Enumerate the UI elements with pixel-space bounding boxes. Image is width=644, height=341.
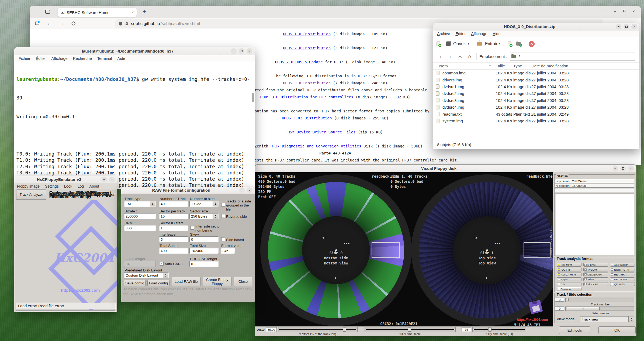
load-raw-file-button[interactable]: Load RAW file bbox=[172, 277, 200, 286]
extract-icon[interactable] bbox=[477, 42, 482, 46]
pregap-input[interactable]: 0 bbox=[189, 261, 219, 267]
track-slider-thumb[interactable] bbox=[566, 298, 569, 301]
side-number-value[interactable]: 0 bbox=[555, 306, 564, 311]
window-maximize-icon[interactable] bbox=[239, 48, 244, 54]
file-row[interactable]: drivers.img 102,4 Ko image dis... 27 jui… bbox=[433, 76, 639, 83]
nav-back-icon[interactable]: ‹ bbox=[437, 54, 445, 60]
format-toggle-button[interactable]: C64 bbox=[557, 282, 581, 286]
interleave-input[interactable]: 5 bbox=[159, 236, 188, 242]
spinner-arrows-icon[interactable]: ▲▼ bbox=[150, 201, 155, 206]
hxc-site-link[interactable]: https://hxc2001.com bbox=[61, 288, 100, 292]
page-link[interactable]: HDOS 2.0 Distribution bbox=[283, 46, 331, 50]
window-maximize-icon[interactable] bbox=[620, 166, 626, 171]
format-toggle-button[interactable]: Apple bbox=[557, 277, 581, 281]
format-toggle-button[interactable]: TYCOM bbox=[583, 268, 608, 271]
file-row[interactable]: dvdsrc2.img 102,4 Ko image dis... 27 jui… bbox=[433, 90, 639, 97]
format-value-input[interactable]: 246 bbox=[221, 248, 235, 254]
menu-item[interactable]: Terminal bbox=[95, 56, 115, 61]
view-mode-select[interactable]: Track view ▲▼ bbox=[580, 316, 634, 322]
ok-button[interactable]: OK bbox=[598, 326, 636, 334]
skew-input[interactable]: 0 bbox=[189, 236, 219, 242]
menu-item[interactable]: Recherche bbox=[70, 56, 95, 61]
firefox-view-icon[interactable] bbox=[35, 22, 39, 25]
menu-item[interactable]: Éditer bbox=[453, 31, 468, 36]
format-toggle-button[interactable]: MEMBRAIN bbox=[583, 273, 608, 276]
menu-item[interactable]: Floppy image bbox=[14, 184, 42, 189]
window-close-icon[interactable]: × bbox=[631, 24, 637, 29]
close-button[interactable]: Close bbox=[234, 277, 252, 286]
side-based-checkbox[interactable] bbox=[221, 237, 225, 241]
format-toggle-button[interactable]: Victor 9K bbox=[583, 282, 608, 286]
predefined-layout-select[interactable]: Custom Disk Layout▲▼ bbox=[124, 272, 169, 278]
window-close-icon[interactable]: × bbox=[247, 187, 252, 193]
auto-gap3-checkbox[interactable]: ✓ bbox=[160, 262, 164, 266]
menu-item[interactable]: Affichage bbox=[49, 56, 70, 61]
open-dropdown-icon[interactable]: ▾ bbox=[468, 42, 469, 46]
status-listbox[interactable] bbox=[555, 194, 634, 255]
number-of-side-select[interactable]: 1 Side▲▼ bbox=[189, 201, 219, 207]
track-type-select[interactable]: FM▲▼ bbox=[124, 201, 156, 207]
page-link[interactable]: HDOS 2.0 HOS-5 Update bbox=[275, 60, 323, 64]
total-size-input[interactable]: 102400 bbox=[189, 248, 219, 254]
window-close-icon[interactable]: × bbox=[109, 177, 115, 182]
total-sector-input[interactable]: 400 bbox=[159, 248, 188, 254]
window-close-icon[interactable]: × bbox=[632, 9, 635, 13]
sector-id-input[interactable]: 1 bbox=[159, 225, 188, 231]
column-name[interactable]: Nom bbox=[439, 64, 448, 68]
window-maximize-icon[interactable] bbox=[624, 24, 629, 29]
menu-item[interactable]: Log bbox=[75, 184, 86, 189]
location-field[interactable]: / bbox=[509, 53, 636, 61]
shield-icon[interactable] bbox=[119, 22, 123, 26]
format-toggle-button[interactable]: AMIGA MFM bbox=[557, 273, 581, 276]
format-toggle-button[interactable]: Centurion bbox=[557, 287, 581, 291]
format-toggle-button[interactable]: AED 6200P bbox=[610, 263, 635, 267]
tab-active[interactable]: SEBHC Software Home × bbox=[58, 8, 137, 17]
y-scale-thumb[interactable] bbox=[488, 327, 491, 332]
create-empty-floppy-button[interactable]: Create Empty Floppy bbox=[203, 277, 231, 286]
tab-close-icon[interactable]: × bbox=[132, 10, 134, 15]
column-size[interactable]: Taille bbox=[496, 64, 505, 68]
file-row[interactable]: common.img 102,4 Ko image dis... 27 juil… bbox=[433, 70, 639, 76]
window-close-icon[interactable]: × bbox=[628, 166, 634, 171]
side-slider[interactable]: /// bbox=[565, 306, 634, 311]
edit-tools-button[interactable]: Edit tools bbox=[559, 326, 590, 334]
menu-item[interactable]: Affichage bbox=[468, 31, 490, 36]
open-icon[interactable] bbox=[446, 42, 451, 46]
hxc-action-button[interactable]: Track Analyzer bbox=[16, 190, 46, 200]
window-minimize-icon[interactable]: − bbox=[614, 9, 616, 13]
sort-chevron-icon[interactable]: ▾ bbox=[489, 64, 491, 67]
x-scale-thumb[interactable] bbox=[408, 327, 411, 332]
forward-icon[interactable]: → bbox=[56, 20, 67, 26]
x-scale-slider[interactable] bbox=[365, 327, 456, 332]
spinner-arrows-icon[interactable]: ▲▼ bbox=[213, 201, 218, 206]
menu-item[interactable]: Éditer bbox=[33, 56, 49, 61]
add-folder-icon[interactable]: + bbox=[516, 42, 521, 46]
x-offset-value[interactable]: 85.00 bbox=[266, 327, 277, 332]
terminal-scrollbar[interactable] bbox=[252, 93, 254, 102]
menu-item[interactable]: Settings bbox=[42, 184, 61, 189]
format-toggle-button[interactable]: Arburg bbox=[583, 277, 608, 281]
page-link[interactable]: H-37 Diagnostic and Conversion Utilities bbox=[271, 144, 361, 148]
sidebar-icon[interactable] bbox=[45, 10, 50, 14]
grouped-checkbox[interactable] bbox=[221, 203, 225, 206]
format-toggle-button[interactable]: E-Emu bbox=[583, 263, 608, 267]
add-files-icon[interactable]: + bbox=[508, 42, 511, 46]
page-link[interactable]: HSY Device Driver Source Files bbox=[288, 130, 356, 134]
side-slider-thumb[interactable]: /// bbox=[566, 307, 600, 310]
terminal-content[interactable]: laurent@ubuntu:~/Documents/h88/hdos30_h3… bbox=[14, 62, 255, 189]
spinner-arrows-icon[interactable]: ▲▼ bbox=[628, 316, 634, 322]
page-link[interactable]: HDOS 3.0 Distribution bbox=[283, 81, 331, 85]
x-offset-thumb[interactable] bbox=[343, 327, 346, 332]
lock-icon[interactable] bbox=[125, 22, 129, 26]
new-tab-button[interactable]: + bbox=[143, 9, 146, 15]
column-type[interactable]: Type bbox=[513, 64, 522, 68]
window-minimize-icon[interactable]: − bbox=[616, 24, 621, 29]
list-tabs-icon[interactable]: ⌄ bbox=[604, 9, 607, 13]
reload-icon[interactable] bbox=[71, 21, 76, 26]
page-link[interactable]: HDOS 1.6 Distribution bbox=[283, 32, 331, 36]
bitrate-input[interactable]: 250000 bbox=[124, 213, 156, 219]
disk-canvas[interactable]: Side 0, 40 Tracks 400 Sectors,0 bad 1024… bbox=[255, 172, 553, 326]
window-minimize-icon[interactable]: − bbox=[239, 187, 245, 193]
window-minimize-icon[interactable]: − bbox=[101, 177, 107, 182]
spinner-arrows-icon[interactable]: ▲▼ bbox=[213, 213, 218, 219]
